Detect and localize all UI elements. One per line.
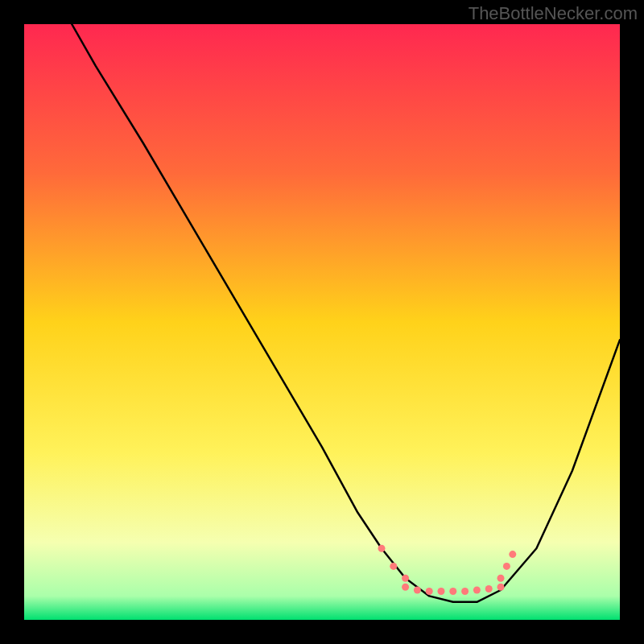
dotted-marker (497, 575, 505, 582)
dotted-marker (414, 587, 421, 594)
plot-area (24, 24, 620, 620)
dotted-marker (390, 563, 397, 570)
dotted-marker (503, 563, 510, 570)
dotted-marker (378, 545, 386, 552)
chart-svg (24, 24, 620, 620)
dotted-marker (497, 584, 505, 591)
dotted-marker (449, 588, 456, 595)
dotted-marker (402, 575, 409, 582)
dotted-marker (438, 588, 445, 595)
watermark-text: TheBottleNecker.com (469, 3, 638, 24)
gradient-background (24, 24, 620, 620)
dotted-marker (473, 587, 481, 594)
dotted-marker (402, 584, 409, 591)
dotted-marker (485, 585, 493, 592)
dotted-marker (509, 551, 516, 558)
dotted-marker (426, 588, 433, 595)
dotted-marker (461, 588, 469, 595)
chart-container: TheBottleNecker.com (0, 0, 644, 644)
